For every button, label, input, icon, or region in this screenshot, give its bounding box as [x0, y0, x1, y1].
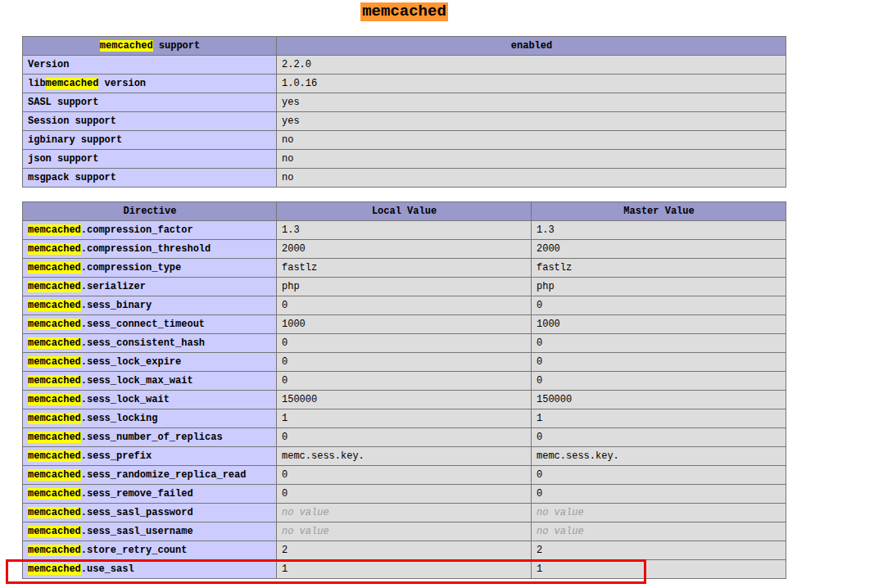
label-text: .sess_lock_expire — [81, 356, 181, 368]
row-label-cell: memcached.sess_binary — [23, 296, 277, 315]
table-row: memcached.compression_factor1.31.3 — [23, 221, 786, 240]
label-text: .compression_threshold — [81, 243, 211, 255]
row-value-cell: no — [277, 131, 786, 150]
row-label-cell: memcached.sess_number_of_replicas — [23, 428, 277, 447]
label-text: .sess_lock_max_wait — [81, 375, 193, 387]
row-value-cell: 0 — [532, 485, 786, 504]
row-value-cell: no value — [532, 504, 786, 522]
row-label-cell: memcached.store_retry_count — [23, 541, 277, 560]
row-label-cell: memcached.serializer — [23, 278, 277, 296]
label-text: msgpack support — [28, 172, 116, 183]
row-value-cell: 0 — [532, 372, 786, 391]
row-label-cell: memcached.sess_connect_timeout — [23, 315, 277, 334]
find-highlight: memcached — [28, 488, 81, 500]
label-text: .use_sasl — [81, 563, 134, 575]
label-text: json support — [28, 153, 98, 165]
row-value-cell: 0 — [277, 334, 532, 353]
find-highlight: memcached — [28, 469, 81, 481]
row-label-cell: msgpack support — [23, 169, 277, 188]
phpinfo-page: memcached memcached support enabled Vers… — [22, 0, 786, 579]
row-value-cell: 2.2.0 — [277, 56, 786, 75]
directives-table: Directive Local Value Master Value memca… — [22, 201, 786, 579]
row-value-cell: 2 — [532, 541, 786, 560]
support-table-header-label: memcached support — [23, 37, 277, 56]
support-table-header-enabled: enabled — [277, 37, 786, 56]
label-text: igbinary support — [28, 134, 122, 146]
label-text: version — [98, 78, 146, 89]
label-text: .sess_lock_wait — [81, 394, 170, 405]
find-highlight: memcached — [28, 224, 81, 236]
row-value-cell: 0 — [532, 296, 786, 315]
row-value-cell: 1.0.16 — [277, 75, 786, 93]
row-label-cell: memcached.sess_randomize_replica_read — [23, 466, 277, 485]
label-text: .compression_type — [81, 262, 181, 274]
row-value-cell: 1.3 — [277, 221, 532, 240]
row-label-cell: SASL support — [23, 93, 277, 112]
row-value-cell: yes — [277, 112, 786, 131]
find-highlight: memcached — [28, 450, 81, 462]
row-value-cell: 0 — [532, 428, 786, 447]
table-row: memcached.use_sasl11 — [23, 560, 786, 579]
find-highlight: memcached — [28, 319, 81, 330]
module-title-row: memcached — [22, 0, 786, 21]
module-title: memcached — [360, 2, 448, 21]
row-label-cell: memcached.sess_consistent_hash — [23, 334, 277, 353]
row-value-cell: 0 — [277, 466, 532, 485]
row-value-cell: memc.sess.key. — [532, 447, 786, 466]
row-value-cell: no value — [532, 522, 786, 541]
find-highlight: memcached — [28, 356, 81, 368]
directives-table-header-row: Directive Local Value Master Value — [23, 202, 786, 221]
find-highlight: memcached — [28, 526, 81, 537]
label-text: lib — [28, 78, 46, 89]
row-label-cell: memcached.use_sasl — [23, 560, 277, 579]
directives-header-local: Local Value — [277, 202, 532, 221]
row-value-cell: php — [277, 278, 532, 296]
table-row: memcached.sess_lock_wait150000150000 — [23, 391, 786, 409]
label-text: .sess_sasl_password — [81, 507, 193, 518]
row-value-cell: 1 — [277, 560, 532, 579]
row-value-cell: php — [532, 278, 786, 296]
label-text: .sess_prefix — [81, 450, 152, 462]
label-text: .sess_connect_timeout — [81, 319, 205, 330]
row-label-cell: memcached.sess_lock_wait — [23, 391, 277, 409]
find-highlight: memcached — [28, 262, 81, 274]
row-value-cell: 1 — [532, 560, 786, 579]
table-row: memcached.sess_prefixmemc.sess.key.memc.… — [23, 447, 786, 466]
row-value-cell: 2 — [277, 541, 532, 560]
row-label-cell: igbinary support — [23, 131, 277, 150]
label-text: .sess_sasl_username — [81, 526, 193, 537]
table-row: memcached.sess_sasl_usernameno valueno v… — [23, 522, 786, 541]
label-text: .compression_factor — [81, 224, 193, 236]
row-value-cell: 1.3 — [532, 221, 786, 240]
find-highlight: memcached — [28, 281, 81, 292]
label-text: SASL support — [28, 97, 98, 108]
find-highlight: memcached — [28, 300, 81, 311]
row-value-cell: 0 — [277, 428, 532, 447]
directives-header-master: Master Value — [532, 202, 786, 221]
row-value-cell: 1 — [277, 409, 532, 428]
label-text: .serializer — [81, 281, 146, 292]
find-highlight: memcached — [28, 432, 81, 443]
row-value-cell: fastlz — [532, 259, 786, 278]
table-row: memcached.sess_consistent_hash00 — [23, 334, 786, 353]
find-highlight: memcached — [46, 78, 99, 89]
directives-table-body: memcached.compression_factor1.31.3memcac… — [23, 221, 786, 579]
table-row: memcached.sess_connect_timeout10001000 — [23, 315, 786, 334]
label-text: Version — [28, 59, 69, 70]
label-text: .sess_binary — [81, 300, 152, 311]
table-row: memcached.store_retry_count22 — [23, 541, 786, 560]
row-value-cell: 0 — [532, 334, 786, 353]
row-value-cell: 2000 — [277, 240, 532, 259]
row-label-cell: memcached.compression_type — [23, 259, 277, 278]
row-label-cell: json support — [23, 150, 277, 169]
row-value-cell: 0 — [277, 485, 532, 504]
row-label-cell: memcached.sess_lock_expire — [23, 353, 277, 372]
row-value-cell: 150000 — [277, 391, 532, 409]
support-table-header-row: memcached support enabled — [23, 37, 786, 56]
row-value-cell: yes — [277, 93, 786, 112]
label-text: .sess_randomize_replica_read — [81, 469, 247, 481]
row-label-cell: Session support — [23, 112, 277, 131]
row-value-cell: 1000 — [532, 315, 786, 334]
find-highlight: memcached — [28, 337, 81, 349]
row-value-cell: 0 — [532, 466, 786, 485]
